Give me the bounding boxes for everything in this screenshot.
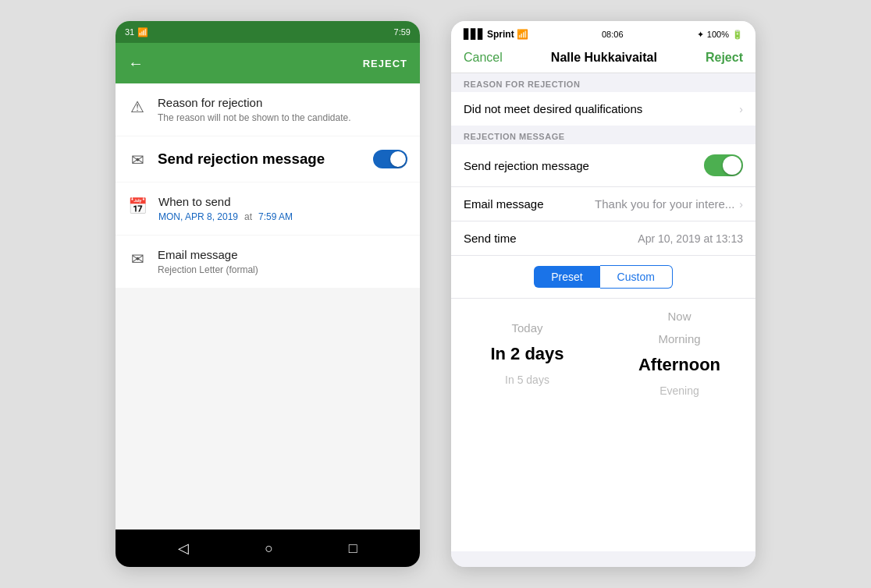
picker-item-in5days: In 5 days bbox=[451, 370, 603, 389]
reason-subtitle: The reason will not be shown to the cand… bbox=[158, 112, 351, 123]
send-rejection-label: Send rejection message bbox=[464, 159, 589, 172]
send-rejection-toggle[interactable] bbox=[704, 154, 743, 176]
battery-label: 100% bbox=[707, 30, 729, 39]
android-time: 7:59 bbox=[394, 27, 411, 37]
ios-nav-title: Nalle Hukkaivaital bbox=[551, 51, 657, 65]
signal-bars-icon: ▋▋▋ bbox=[464, 29, 485, 40]
at-label: at bbox=[244, 211, 252, 222]
wifi-icon: 📶 bbox=[517, 29, 528, 40]
battery-icon: 🔋 bbox=[732, 30, 743, 40]
reason-chevron-icon: › bbox=[739, 103, 743, 115]
email-message-preview: Thank you for your intere... bbox=[595, 197, 734, 211]
reason-value: Did not meet desired qualifications bbox=[464, 102, 642, 115]
picker-item-in2days: In 2 days bbox=[451, 341, 603, 367]
send-rejection-item: Send rejection message bbox=[451, 144, 755, 187]
picker-item-now: Now bbox=[603, 306, 755, 326]
time-picker[interactable]: Today In 2 days In 5 days Now Morning Af… bbox=[451, 299, 755, 551]
email-message-card: ✉ Email message Rejection Letter (formal… bbox=[116, 236, 420, 288]
android-toolbar: ← REJECT bbox=[116, 43, 420, 83]
email-message-value: Rejection Letter (formal) bbox=[158, 264, 258, 275]
empty-area bbox=[116, 289, 420, 445]
back-nav-icon[interactable]: ◁ bbox=[178, 540, 189, 557]
picker-col-days: Today In 2 days In 5 days bbox=[451, 318, 603, 389]
email-message-text: Email message Rejection Letter (formal) bbox=[158, 248, 258, 275]
email-message-item[interactable]: Email message Thank you for your intere.… bbox=[451, 187, 755, 221]
send-message-card: ✉ Send rejection message bbox=[116, 136, 420, 182]
send-date[interactable]: MON, APR 8, 2019 bbox=[158, 211, 238, 222]
android-status-icons: 31 📶 bbox=[125, 27, 148, 37]
android-phone: 31 📶 7:59 ← REJECT ⚠ Reason for rejectio… bbox=[116, 21, 420, 567]
when-to-send-dates: MON, APR 8, 2019 at 7:59 AM bbox=[158, 211, 293, 222]
ios-status-bar: ▋▋▋ Sprint 📶 08:06 ✦ 100% 🔋 bbox=[451, 21, 755, 44]
recent-nav-icon[interactable]: □ bbox=[349, 540, 357, 557]
android-status-bar: 31 📶 7:59 bbox=[116, 21, 420, 43]
rejection-list: Send rejection message Email message Tha… bbox=[451, 144, 755, 299]
ios-time: 08:06 bbox=[602, 30, 624, 39]
ios-bottom bbox=[451, 551, 755, 567]
ios-reject-button[interactable]: Reject bbox=[706, 51, 743, 65]
message-icon: ✉ bbox=[128, 151, 147, 169]
send-time-value: Apr 10, 2019 at 13:13 bbox=[638, 232, 743, 245]
signal-icon: 📶 bbox=[137, 27, 148, 37]
email-chevron-icon: › bbox=[739, 198, 743, 211]
time-picker-row: Today In 2 days In 5 days Now Morning Af… bbox=[451, 306, 755, 400]
send-time[interactable]: 7:59 AM bbox=[258, 211, 293, 222]
reason-card-row: ⚠ Reason for rejection The reason will n… bbox=[128, 96, 407, 123]
back-button[interactable]: ← bbox=[128, 55, 144, 73]
send-message-title: Send rejection message bbox=[158, 151, 325, 168]
android-nav-bar: ◁ ○ □ bbox=[116, 530, 420, 567]
email-message-row: ✉ Email message Rejection Letter (formal… bbox=[128, 248, 407, 275]
send-time-item: Send time Apr 10, 2019 at 13:13 bbox=[451, 221, 755, 256]
warning-icon: ⚠ bbox=[128, 97, 147, 116]
email-message-title: Email message bbox=[158, 248, 258, 261]
send-message-row: ✉ Send rejection message bbox=[128, 149, 407, 169]
picker-item-today: Today bbox=[451, 318, 603, 338]
calendar-status-icon: 31 bbox=[125, 27, 134, 37]
when-to-send-text: When to send MON, APR 8, 2019 at 7:59 AM bbox=[158, 195, 293, 222]
send-message-left: ✉ Send rejection message bbox=[128, 149, 325, 169]
picker-item-evening: Evening bbox=[603, 381, 755, 400]
preset-custom-row: Preset Custom bbox=[451, 256, 755, 299]
cancel-button[interactable]: Cancel bbox=[464, 51, 503, 65]
picker-col-time: Now Morning Afternoon Evening bbox=[603, 306, 755, 400]
when-to-send-card: 📅 When to send MON, APR 8, 2019 at 7:59 … bbox=[116, 182, 420, 235]
email-message-label: Email message bbox=[464, 197, 544, 211]
send-time-label: Send time bbox=[464, 232, 517, 245]
send-message-toggle[interactable] bbox=[373, 150, 407, 168]
email-message-value-row: Thank you for your intere... › bbox=[595, 197, 743, 211]
ios-status-right: ✦ 100% 🔋 bbox=[697, 30, 743, 40]
calendar-icon: 📅 bbox=[128, 197, 148, 215]
ios-phone: ▋▋▋ Sprint 📶 08:06 ✦ 100% 🔋 Cancel Nalle… bbox=[451, 21, 755, 567]
picker-item-morning: Morning bbox=[603, 329, 755, 349]
bluetooth-icon: ✦ bbox=[697, 30, 704, 40]
reason-list-item[interactable]: Did not meet desired qualifications › bbox=[451, 92, 755, 126]
reason-card-text: Reason for rejection The reason will not… bbox=[158, 96, 351, 123]
reason-section-header: REASON FOR REJECTION bbox=[451, 73, 755, 92]
picker-item-afternoon: Afternoon bbox=[603, 352, 755, 378]
reject-button[interactable]: REJECT bbox=[363, 58, 407, 69]
email-icon: ✉ bbox=[128, 250, 147, 268]
home-nav-icon[interactable]: ○ bbox=[265, 540, 273, 557]
when-to-send-row: 📅 When to send MON, APR 8, 2019 at 7:59 … bbox=[128, 195, 407, 222]
rejection-section-header: REJECTION MESSAGE bbox=[451, 126, 755, 144]
android-content: ⚠ Reason for rejection The reason will n… bbox=[116, 83, 420, 530]
carrier-label: Sprint bbox=[487, 29, 514, 40]
when-to-send-title: When to send bbox=[158, 195, 293, 208]
reason-list: Did not meet desired qualifications › bbox=[451, 92, 755, 126]
ios-nav-bar: Cancel Nalle Hukkaivaital Reject bbox=[451, 44, 755, 73]
custom-button[interactable]: Custom bbox=[600, 265, 673, 289]
preset-button[interactable]: Preset bbox=[534, 266, 599, 288]
ios-status-left: ▋▋▋ Sprint 📶 bbox=[464, 29, 528, 40]
reason-title: Reason for rejection bbox=[158, 96, 351, 109]
reason-card: ⚠ Reason for rejection The reason will n… bbox=[116, 83, 420, 136]
